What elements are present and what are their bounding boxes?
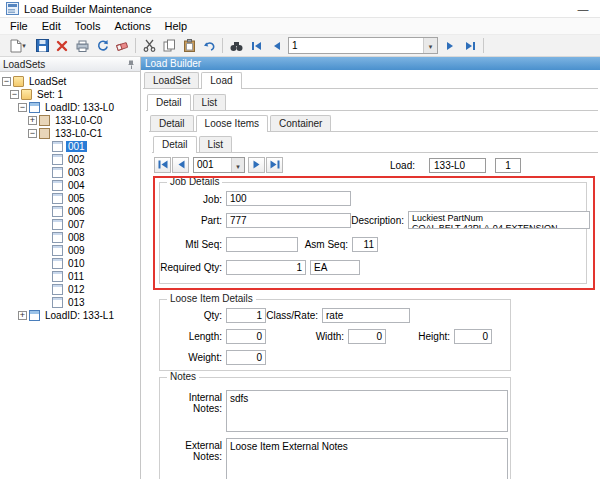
height-label: Height: bbox=[418, 331, 450, 342]
paste-button[interactable] bbox=[179, 36, 199, 55]
pin-icon[interactable] bbox=[126, 59, 137, 70]
toolbar-separator bbox=[222, 38, 223, 53]
length-field[interactable]: 0 bbox=[226, 329, 266, 344]
expand-icon[interactable] bbox=[28, 116, 37, 125]
tab-load[interactable]: Load bbox=[201, 72, 241, 89]
internal-notes-field[interactable]: sdfs bbox=[226, 390, 508, 432]
last-record-button[interactable] bbox=[460, 36, 480, 55]
tree-item-003[interactable]: 003 bbox=[0, 166, 140, 179]
tab-loose-list[interactable]: List bbox=[199, 136, 233, 152]
printer-icon bbox=[76, 40, 89, 52]
tree-item-006[interactable]: 006 bbox=[0, 205, 140, 218]
container-icon bbox=[39, 115, 50, 126]
tree-item-005[interactable]: 005 bbox=[0, 192, 140, 205]
class-rate-field[interactable]: rate bbox=[322, 308, 410, 323]
tree-item-010[interactable]: 010 bbox=[0, 257, 140, 270]
tabstrip-level3: Detail Loose Items Container bbox=[149, 114, 598, 132]
menu-actions[interactable]: Actions bbox=[107, 19, 157, 33]
height-field[interactable]: 0 bbox=[454, 329, 492, 344]
item-icon bbox=[52, 297, 63, 308]
tree-item-loadid-133-l1[interactable]: LoadID: 133-L1 bbox=[0, 309, 140, 322]
mtl-seq-field[interactable] bbox=[226, 237, 298, 252]
undo-button[interactable] bbox=[199, 36, 219, 55]
nav-combo-caret[interactable] bbox=[231, 158, 244, 172]
nav-prev-button[interactable] bbox=[172, 157, 189, 173]
tree-item-007[interactable]: 007 bbox=[0, 218, 140, 231]
tree-item-013[interactable]: 013 bbox=[0, 296, 140, 309]
print-button[interactable] bbox=[72, 36, 92, 55]
copy-button[interactable] bbox=[159, 36, 179, 55]
delete-button[interactable] bbox=[52, 36, 72, 55]
tree-item-009[interactable]: 009 bbox=[0, 244, 140, 257]
find-button[interactable] bbox=[226, 36, 246, 55]
nav-first-button[interactable] bbox=[154, 157, 171, 173]
load-seq-field[interactable]: 1 bbox=[495, 158, 521, 173]
notes-group: Notes Internal Notes: sdfs External Note… bbox=[159, 377, 511, 479]
menu-file[interactable]: File bbox=[3, 19, 35, 33]
tree-item-001[interactable]: 001 bbox=[0, 140, 140, 153]
tabstrip-level2: Detail List bbox=[146, 93, 598, 111]
asm-seq-field[interactable]: 11 bbox=[352, 237, 378, 252]
tab-container[interactable]: Container bbox=[270, 115, 331, 131]
qty-field[interactable]: 1 bbox=[226, 308, 266, 323]
load-label: Load: bbox=[390, 160, 415, 171]
tree-item-012[interactable]: 012 bbox=[0, 283, 140, 296]
load-icon bbox=[29, 102, 40, 113]
menu-tools[interactable]: Tools bbox=[68, 19, 108, 33]
next-record-button[interactable] bbox=[440, 36, 460, 55]
loadsets-tree: LoadSet Set: 1 LoadID: 133-L0 133-L0-C0 … bbox=[0, 72, 140, 479]
minimize-button[interactable]: — bbox=[572, 3, 594, 15]
undo-arrow-icon bbox=[203, 40, 216, 51]
width-field[interactable]: 0 bbox=[348, 329, 386, 344]
uom-field[interactable]: EA bbox=[310, 260, 360, 275]
loadsets-panel-title: LoadSets bbox=[3, 59, 45, 70]
menu-help[interactable]: Help bbox=[157, 19, 194, 33]
nav-record-combo[interactable]: 001 bbox=[193, 157, 245, 173]
load-id-field[interactable]: 133-L0 bbox=[429, 158, 486, 173]
collapse-icon[interactable] bbox=[10, 90, 19, 99]
scissors-icon bbox=[143, 39, 156, 52]
description-field[interactable]: Luckiest PartNum COAL BELT 42PLA-04 EXTE… bbox=[408, 211, 590, 229]
width-label: Width: bbox=[316, 331, 344, 342]
tree-item-008[interactable]: 008 bbox=[0, 231, 140, 244]
record-number-input[interactable] bbox=[289, 39, 423, 52]
job-field[interactable]: 100 bbox=[226, 191, 351, 206]
expand-icon[interactable] bbox=[18, 311, 27, 320]
tab-loose-detail[interactable]: Detail bbox=[153, 136, 197, 153]
loadsets-panel-header: LoadSets bbox=[0, 57, 140, 72]
tree-item-133-l0-c0[interactable]: 133-L0-C0 bbox=[0, 114, 140, 127]
tab-loadset[interactable]: LoadSet bbox=[144, 72, 199, 88]
refresh-button[interactable] bbox=[92, 36, 112, 55]
weight-field[interactable]: 0 bbox=[226, 350, 266, 365]
tab-load-list[interactable]: List bbox=[193, 94, 227, 110]
collapse-icon[interactable] bbox=[28, 129, 37, 138]
external-notes-field[interactable]: Loose Item External Notes bbox=[226, 438, 508, 479]
tree-item-002[interactable]: 002 bbox=[0, 153, 140, 166]
cut-button[interactable] bbox=[139, 36, 159, 55]
new-button[interactable] bbox=[4, 36, 32, 55]
first-record-button[interactable] bbox=[246, 36, 266, 55]
tree-item-004[interactable]: 004 bbox=[0, 179, 140, 192]
tab-load-detail[interactable]: Detail bbox=[147, 94, 191, 111]
record-combo-caret[interactable] bbox=[423, 38, 437, 53]
part-field[interactable]: 777 bbox=[226, 213, 351, 228]
nav-last-button[interactable] bbox=[266, 157, 283, 173]
tree-item-011[interactable]: 011 bbox=[0, 270, 140, 283]
clear-button[interactable] bbox=[112, 36, 132, 55]
save-button[interactable] bbox=[32, 36, 52, 55]
tab-loose-items[interactable]: Loose Items bbox=[196, 115, 268, 132]
tree-item-set-1[interactable]: Set: 1 bbox=[0, 88, 140, 101]
item-icon bbox=[52, 219, 63, 230]
nav-next-button[interactable] bbox=[248, 157, 265, 173]
collapse-icon[interactable] bbox=[2, 77, 11, 86]
collapse-icon[interactable] bbox=[18, 103, 27, 112]
prev-record-button[interactable] bbox=[266, 36, 286, 55]
menu-edit[interactable]: Edit bbox=[35, 19, 68, 33]
tree-item-133-l0-c1[interactable]: 133-L0-C1 bbox=[0, 127, 140, 140]
tree-item-loadid-133-l0[interactable]: LoadID: 133-L0 bbox=[0, 101, 140, 114]
last-record-icon bbox=[465, 41, 476, 51]
required-qty-field[interactable]: 1 bbox=[226, 260, 306, 275]
load-field: Load: 133-L0 1 bbox=[390, 158, 521, 173]
tree-item-loadset[interactable]: LoadSet bbox=[0, 75, 140, 88]
tab-detail[interactable]: Detail bbox=[150, 115, 194, 131]
